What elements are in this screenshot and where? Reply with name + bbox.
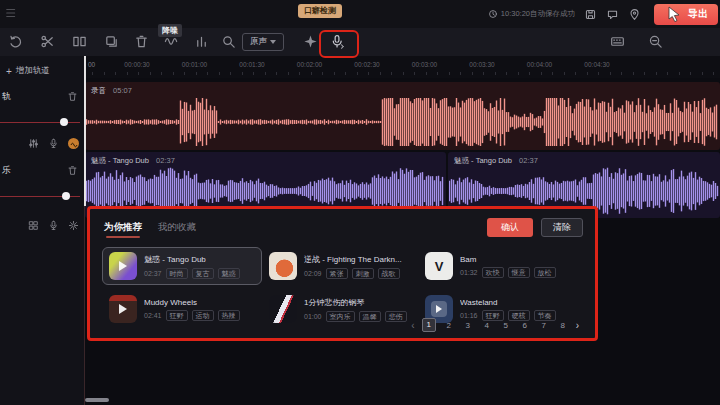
song-item[interactable]: Muddy Wheels02:41狂野运动热辣 xyxy=(102,290,262,328)
song-tag: 欢快 xyxy=(482,267,504,278)
keyboard-shortcuts-icon[interactable] xyxy=(610,34,625,49)
denoise-glyph xyxy=(70,135,78,153)
voice-select-button[interactable]: 原声 xyxy=(242,33,284,51)
page-number[interactable]: 1 xyxy=(422,318,436,332)
ruler-tick xyxy=(104,72,105,75)
ruler-label: 00:02:00 xyxy=(297,61,322,68)
music-clip-name: 魅惑 - Tango Dub xyxy=(454,156,512,165)
ruler-tick xyxy=(173,72,174,75)
cut-icon[interactable] xyxy=(40,34,55,49)
song-item[interactable]: 魅惑 - Tango Dub02:37时尚复古魅惑 xyxy=(102,247,262,285)
ruler-tick xyxy=(621,72,622,75)
music-clip-duration: 02:37 xyxy=(519,156,538,165)
timeline-ruler[interactable]: 00 00:00:3000:01:0000:01:3000:02:0000:02… xyxy=(84,56,720,78)
page-number[interactable]: 4 xyxy=(481,321,493,330)
mixer-icon[interactable] xyxy=(28,138,39,149)
tab-favorites[interactable]: 我的收藏 xyxy=(158,221,196,234)
song-tag: 魅惑 xyxy=(218,268,240,279)
page-number[interactable]: 8 xyxy=(557,321,569,330)
voice-clip[interactable]: 录音 05:07 xyxy=(85,82,720,150)
ruler-tick xyxy=(690,72,691,75)
music-track-label: 乐 xyxy=(2,164,11,177)
ruler-tick xyxy=(311,72,312,75)
song-tag: 紧张 xyxy=(326,268,348,279)
ruler-tick xyxy=(161,72,162,75)
volume-line xyxy=(0,122,80,124)
zoom-out-icon[interactable] xyxy=(648,34,663,49)
page-next[interactable]: › xyxy=(576,320,579,331)
song-item[interactable]: 逆战 - Fighting The Darkn...02:09紧张刺激战歌 xyxy=(262,247,418,285)
add-track-button[interactable]: + 增加轨道 xyxy=(0,56,84,77)
ruler-tick xyxy=(253,72,254,75)
song-title: Muddy Wheels xyxy=(144,298,240,307)
horizontal-scrollbar-thumb[interactable] xyxy=(85,398,109,402)
voice-clip-label: 录音 05:07 xyxy=(91,86,132,96)
autosave-status: 10:30:20自动保存成功 xyxy=(488,9,575,19)
levels-icon[interactable] xyxy=(194,34,209,49)
ruler-tick xyxy=(449,72,450,75)
location-icon[interactable] xyxy=(628,8,641,21)
delete-track-icon[interactable] xyxy=(67,91,78,102)
copy-icon[interactable] xyxy=(104,34,119,49)
ruler-tick xyxy=(196,72,197,75)
search-icon[interactable] xyxy=(221,34,236,49)
denoise-active-icon[interactable] xyxy=(68,138,79,149)
song-item[interactable]: VBam01:32欢快惬意放松 xyxy=(418,247,585,285)
music-volume-slider[interactable] xyxy=(0,192,80,200)
ruler-tick xyxy=(552,72,553,75)
ruler-label: 00:00:30 xyxy=(124,61,149,68)
plus-icon: + xyxy=(6,66,12,77)
ruler-tick xyxy=(437,72,438,75)
mic-icon[interactable] xyxy=(48,138,59,149)
volume-knob[interactable] xyxy=(60,118,68,126)
ruler-label: 00:04:00 xyxy=(527,61,552,68)
page-number[interactable]: 6 xyxy=(519,321,531,330)
undo-icon[interactable] xyxy=(8,34,23,49)
ruler-tick xyxy=(633,72,634,75)
confirm-button[interactable]: 确认 xyxy=(487,218,533,237)
page-prev[interactable]: ‹ xyxy=(411,320,414,331)
feedback-icon[interactable] xyxy=(606,8,619,21)
toolbar: 原声 xyxy=(0,28,720,56)
ruler-tick xyxy=(564,72,565,75)
page-number[interactable]: 3 xyxy=(462,321,474,330)
song-duration: 01:00 xyxy=(304,313,322,320)
beats-icon[interactable] xyxy=(28,220,39,231)
export-button[interactable]: 导出 xyxy=(654,4,718,25)
voice-volume-slider[interactable] xyxy=(0,118,80,126)
delete-track-icon[interactable] xyxy=(67,165,78,176)
page-number[interactable]: 7 xyxy=(538,321,550,330)
delete-icon[interactable] xyxy=(134,34,149,49)
music-track-controls: 乐 xyxy=(0,164,84,177)
song-tag: 热辣 xyxy=(218,310,240,321)
song-tag: 温馨 xyxy=(359,311,381,322)
gear-icon[interactable] xyxy=(68,220,79,231)
save-icon[interactable] xyxy=(584,8,597,21)
panel-header: 为你推荐 我的收藏 确认 清除 xyxy=(104,217,583,237)
voice-waveform xyxy=(86,97,718,147)
ruler-tick xyxy=(207,72,208,75)
magic-effects-icon[interactable] xyxy=(303,34,318,49)
ruler-tick xyxy=(92,72,93,75)
tab-recommended[interactable]: 为你推荐 xyxy=(104,221,142,234)
page-number[interactable]: 2 xyxy=(443,321,455,330)
play-icon xyxy=(431,301,447,317)
mouse-cursor-icon xyxy=(668,6,681,22)
page-number[interactable]: 5 xyxy=(500,321,512,330)
ruler-tick xyxy=(380,72,381,75)
mic-icon[interactable] xyxy=(48,220,59,231)
playhead[interactable] xyxy=(84,56,86,206)
clear-button[interactable]: 清除 xyxy=(541,218,583,237)
ruler-label: 00:01:30 xyxy=(239,61,264,68)
clock-icon xyxy=(488,9,498,19)
ruler-tick xyxy=(460,72,461,75)
volume-knob[interactable] xyxy=(62,192,70,200)
split-icon[interactable] xyxy=(72,34,87,49)
song-tag: 惬意 xyxy=(508,267,530,278)
app-menu-icon[interactable] xyxy=(5,6,19,20)
ruler-tick xyxy=(518,72,519,75)
song-item[interactable]: 1分钟悲伤的钢琴01:00室内乐温馨悲伤 xyxy=(262,290,418,328)
ruler-tick xyxy=(219,72,220,75)
song-tag: 时尚 xyxy=(166,268,188,279)
song-title: 魅惑 - Tango Dub xyxy=(144,254,240,265)
